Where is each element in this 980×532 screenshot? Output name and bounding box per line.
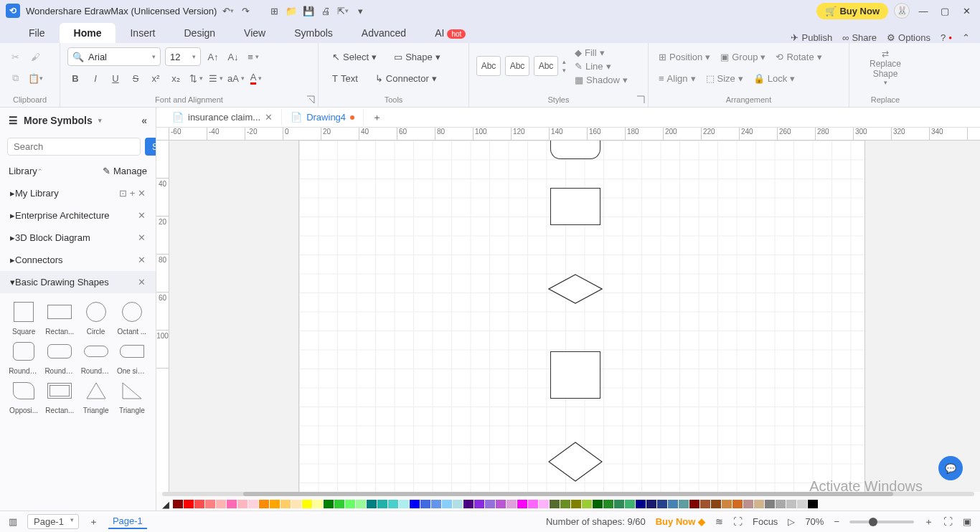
color-swatch[interactable] <box>786 500 796 508</box>
shape-rounded2[interactable]: Rounde... <box>43 338 76 375</box>
color-swatch[interactable] <box>388 500 398 508</box>
new-icon[interactable]: ⊞ <box>268 5 280 16</box>
canvas-shape-rect-1[interactable] <box>550 188 600 225</box>
color-swatch[interactable] <box>593 500 603 508</box>
bold-icon[interactable]: B <box>67 70 83 86</box>
tab-design[interactable]: Design <box>169 23 230 43</box>
color-swatch[interactable] <box>367 500 377 508</box>
buy-now-button[interactable]: 🛒 Buy Now <box>816 3 888 19</box>
color-swatch[interactable] <box>420 500 430 508</box>
tab-symbols[interactable]: Symbols <box>280 23 347 43</box>
style-preset-1[interactable]: Abc <box>476 56 501 76</box>
fill-menu[interactable]: ◆ Fill ▾ <box>572 46 631 60</box>
line-spacing-icon[interactable]: ⇅ <box>188 70 204 86</box>
replace-shape-button[interactable]: ⇄Replace Shape ▾ <box>857 46 914 89</box>
drawing-page[interactable] <box>298 141 865 492</box>
style-preset-2[interactable]: Abc <box>505 56 529 76</box>
fill-bucket-icon[interactable]: ◢ <box>162 499 169 510</box>
add-page-icon[interactable]: ＋ <box>89 516 98 528</box>
print-icon[interactable]: 🖨 <box>320 5 331 16</box>
shape-triangle2[interactable]: Triangle <box>116 378 149 414</box>
color-swatch[interactable] <box>324 500 334 508</box>
color-swatch[interactable] <box>410 500 420 508</box>
color-swatch[interactable] <box>754 500 764 508</box>
fit-width-icon[interactable]: ▣ <box>963 516 971 527</box>
tab-insert[interactable]: Insert <box>116 23 169 43</box>
color-swatch[interactable] <box>345 500 355 508</box>
color-swatch[interactable] <box>603 500 613 508</box>
options-button[interactable]: ⚙ Options <box>887 32 930 43</box>
pages-icon[interactable]: ▥ <box>9 516 17 527</box>
color-swatch[interactable] <box>259 500 269 508</box>
underline-icon[interactable]: U <box>108 70 123 86</box>
focus-icon[interactable]: ⛶ <box>733 516 743 527</box>
color-swatch[interactable] <box>528 500 538 508</box>
color-swatch[interactable] <box>313 500 323 508</box>
maximize-icon[interactable]: ▢ <box>937 3 953 19</box>
help-icon[interactable]: ?● <box>941 32 952 43</box>
color-swatch[interactable] <box>539 500 549 508</box>
shape-tool[interactable]: ▭ Shape ▾ <box>387 48 447 66</box>
text-align-icon[interactable]: ≡ <box>245 49 261 65</box>
gallery-down-icon[interactable]: ▾ <box>562 67 566 74</box>
tab-view[interactable]: View <box>230 23 280 43</box>
doc-tab-2[interactable]: 📄 Drawing4 <box>282 109 364 125</box>
color-swatch[interactable] <box>689 500 699 508</box>
shape-oneside[interactable]: One sid... <box>116 338 149 375</box>
search-button[interactable]: Search <box>145 138 156 156</box>
cut-icon[interactable]: ✂ <box>7 49 23 65</box>
color-swatch[interactable] <box>194 500 204 508</box>
strikethrough-icon[interactable]: S <box>128 70 143 86</box>
page-select[interactable]: Page-1 ▾ <box>27 514 79 529</box>
connector-tool[interactable]: ↳ Connector ▾ <box>369 70 443 87</box>
color-swatch[interactable] <box>463 500 473 508</box>
color-swatch[interactable] <box>711 500 721 508</box>
copy-icon[interactable]: ⧉ <box>7 70 23 86</box>
search-input[interactable] <box>7 138 141 156</box>
launcher-icon[interactable] <box>306 95 315 104</box>
redo-icon[interactable]: ↷ <box>240 5 251 16</box>
superscript-icon[interactable]: x² <box>148 70 164 86</box>
h-scrollbar[interactable] <box>162 492 974 496</box>
new-doc-tab[interactable]: ＋ <box>364 108 390 127</box>
canvas[interactable] <box>169 141 980 492</box>
canvas-shape-diamond-2[interactable] <box>548 442 603 482</box>
color-swatch[interactable] <box>377 500 387 508</box>
color-swatch[interactable] <box>646 500 656 508</box>
more-icon[interactable]: ▾ <box>354 5 366 16</box>
zoom-out-icon[interactable]: − <box>834 516 839 527</box>
hamburger-icon[interactable]: ☰ <box>9 115 18 126</box>
color-swatch[interactable] <box>636 500 646 508</box>
color-swatch[interactable] <box>496 500 506 508</box>
color-swatch[interactable] <box>184 500 194 508</box>
style-preset-3[interactable]: Abc <box>534 56 558 76</box>
color-swatch[interactable] <box>582 500 592 508</box>
focus-label[interactable]: Focus <box>753 516 778 527</box>
tab-advanced[interactable]: Advanced <box>347 23 420 43</box>
color-swatch[interactable] <box>507 500 517 508</box>
present-icon[interactable]: ▷ <box>788 516 795 527</box>
collapse-ribbon-icon[interactable]: ⌃ <box>962 32 970 43</box>
color-swatch[interactable] <box>679 500 689 508</box>
select-tool[interactable]: ↖ Select ▾ <box>326 48 383 66</box>
increase-font-icon[interactable]: A↑ <box>205 49 221 65</box>
case-icon[interactable]: aA <box>228 70 244 86</box>
group-menu[interactable]: ▣ Group▾ <box>717 50 768 64</box>
color-swatch[interactable] <box>550 500 560 508</box>
color-swatch[interactable] <box>205 500 215 508</box>
shape-rect[interactable]: Rectan... <box>43 299 76 336</box>
gallery-up-icon[interactable]: ▴ <box>562 58 566 65</box>
paste-icon[interactable]: 📋▾ <box>27 70 43 86</box>
color-swatch[interactable] <box>743 500 753 508</box>
color-swatch[interactable] <box>453 500 463 508</box>
decrease-font-icon[interactable]: A↓ <box>225 49 241 65</box>
cat-enterprise[interactable]: ▸ Enterprise Architecture✕ <box>0 204 156 227</box>
chat-icon[interactable]: 💬 <box>938 456 963 480</box>
color-swatch[interactable] <box>657 500 667 508</box>
canvas-shape-rect-2[interactable] <box>550 351 600 399</box>
tab-file[interactable]: File <box>14 23 60 43</box>
shape-rect2[interactable]: Rectan... <box>43 378 76 414</box>
tab-home[interactable]: Home <box>60 23 116 43</box>
export-icon[interactable]: ⇱▾ <box>337 5 349 16</box>
color-swatch[interactable] <box>765 500 775 508</box>
